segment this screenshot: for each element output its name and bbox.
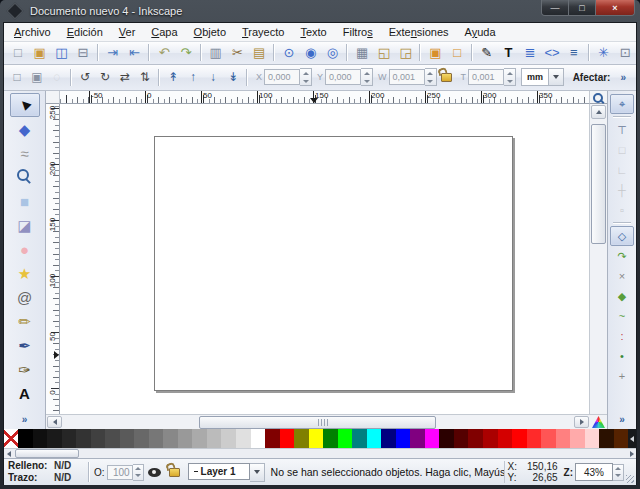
resize-grip[interactable] (626, 475, 634, 483)
snapbar-overflow-chevron[interactable]: » (619, 414, 625, 425)
palette-swatch[interactable] (468, 429, 483, 448)
snap-nodes-button[interactable]: ◇ (610, 226, 634, 246)
layer-lock-icon[interactable] (169, 468, 180, 477)
palette-swatch[interactable] (163, 429, 178, 448)
palette-swatch[interactable] (352, 429, 367, 448)
snap-path-intersections-button[interactable]: × (610, 266, 634, 286)
menu-item-edición[interactable]: Edición (59, 24, 111, 40)
tool-calligraphy-button[interactable]: ✑ (10, 357, 40, 381)
group-objects-button[interactable]: ▣ (424, 42, 446, 63)
fill-stroke-indicator[interactable]: Relleno: N/D Trazo: N/D (4, 460, 84, 484)
lower-to-bottom-button[interactable]: ↡ (223, 67, 243, 87)
select-all-button[interactable]: □ (7, 67, 27, 87)
paste-button[interactable]: ▤ (248, 42, 270, 63)
menu-item-ver[interactable]: Ver (111, 24, 144, 40)
menu-item-filtros[interactable]: Filtros (335, 24, 381, 40)
tool-zoom-button[interactable] (10, 165, 40, 189)
palette-swatch[interactable] (294, 429, 309, 448)
duplicate-button[interactable]: ▦ (351, 42, 373, 63)
tool-pencil-button[interactable]: ✏ (10, 309, 40, 333)
minimize-button[interactable]: — (542, 0, 569, 15)
fill-stroke-dialog-button[interactable]: ✎ (476, 42, 498, 63)
new-document-button[interactable]: □ (7, 42, 29, 63)
toolbox-overflow-chevron[interactable]: » (22, 414, 28, 425)
palette-swatch[interactable] (134, 429, 149, 448)
scroll-right-icon[interactable] (574, 416, 589, 428)
palette-swatch[interactable] (570, 429, 585, 448)
zoom-spinner[interactable] (613, 464, 624, 481)
tool-rectangle-button[interactable]: ■ (10, 189, 40, 213)
layer-visibility-eye-icon[interactable] (148, 468, 161, 477)
canvas-viewport[interactable] (60, 104, 589, 414)
cut-button[interactable]: ✂ (227, 42, 249, 63)
flip-vertical-button[interactable]: ⇅ (135, 67, 155, 87)
document-properties-button[interactable]: ⊡ (614, 42, 636, 63)
palette-swatch[interactable] (585, 429, 600, 448)
palette-swatch[interactable] (33, 429, 48, 448)
lock-ratio-icon[interactable] (441, 73, 452, 82)
palette-swatch[interactable] (599, 429, 614, 448)
palette-swatch[interactable] (396, 429, 411, 448)
tool-node-editor-button[interactable]: ◆ (10, 117, 40, 141)
palette-swatch[interactable] (454, 429, 469, 448)
snap-bounding-box-button[interactable]: ⊤ (610, 120, 634, 140)
palette-swatch[interactable] (105, 429, 120, 448)
width-field-spinner[interactable] (425, 68, 437, 86)
palette-swatch[interactable] (76, 429, 91, 448)
tool-3d-box-button[interactable]: ◪ (10, 213, 40, 237)
copy-button[interactable]: ▥ (205, 42, 227, 63)
palette-swatch[interactable] (425, 429, 440, 448)
document-page[interactable] (154, 136, 513, 391)
palette-swatch[interactable] (280, 429, 295, 448)
export-bitmap-button[interactable]: ⇤ (124, 42, 146, 63)
horizontal-scrollbar-thumb[interactable] (199, 416, 436, 429)
palette-swatch[interactable] (120, 429, 135, 448)
snap-smooth-nodes-button[interactable]: ~ (610, 306, 634, 326)
y-field[interactable]: 0,000 (325, 69, 361, 85)
horizontal-scrollbar-track[interactable] (63, 415, 573, 429)
palette-scrollbar[interactable] (4, 448, 636, 458)
palette-swatch[interactable] (381, 429, 396, 448)
snap-object-centers-button[interactable]: • (610, 346, 634, 366)
open-document-button[interactable]: ▣ (29, 42, 51, 63)
raise-to-top-button[interactable]: ↟ (163, 67, 183, 87)
title-bar[interactable]: Documento nuevo 4 - Inkscape — □ × (3, 0, 637, 22)
snap-toggle-button[interactable]: ⌖ (610, 94, 634, 114)
palette-swatch[interactable] (556, 429, 571, 448)
palette-swatch[interactable] (367, 429, 382, 448)
redo-button[interactable]: ↷ (175, 42, 197, 63)
unlink-clone-button[interactable]: ◲ (395, 42, 417, 63)
opacity-field[interactable]: 100 (107, 465, 133, 480)
palette-swatch[interactable] (512, 429, 527, 448)
tool-text-button[interactable]: A (10, 381, 40, 405)
palette-scrollbar-thumb[interactable] (15, 449, 79, 458)
palette-scroll-right-icon[interactable] (627, 450, 636, 458)
palette-swatch-none[interactable] (4, 429, 18, 448)
magnifier-corner-icon[interactable] (589, 91, 607, 104)
tool-spiral-button[interactable]: @ (10, 285, 40, 309)
zoom-field[interactable]: 43% (575, 463, 613, 481)
palette-swatch[interactable] (439, 429, 454, 448)
select-all-layers-button[interactable]: ▣ (27, 67, 47, 87)
height-field[interactable]: 0,001 (468, 69, 504, 85)
toolbar-overflow-chevron[interactable]: » (620, 72, 626, 83)
print-document-button[interactable]: ⊟ (72, 42, 94, 63)
palette-swatch[interactable] (207, 429, 222, 448)
palette-swatch[interactable] (309, 429, 324, 448)
tool-selector-button[interactable]: ► (10, 93, 40, 117)
unit-select[interactable]: mm (521, 68, 564, 86)
palette-swatch[interactable] (265, 429, 280, 448)
palette-swatch[interactable] (192, 429, 207, 448)
menu-item-extensiones[interactable]: Extensiones (381, 24, 457, 40)
palette-swatch[interactable] (614, 429, 629, 448)
undo-button[interactable]: ↶ (153, 42, 175, 63)
menu-item-capa[interactable]: Capa (143, 24, 185, 40)
save-document-button[interactable]: ◫ (50, 42, 72, 63)
menu-item-trayecto[interactable]: Trayecto (234, 24, 292, 40)
ungroup-objects-button[interactable]: □ (446, 42, 468, 63)
tool-bezier-pen-button[interactable]: ✒ (10, 333, 40, 357)
vertical-ruler[interactable]: 250200150100500 (46, 104, 60, 414)
import-image-button[interactable]: ⇥ (102, 42, 124, 63)
menu-item-objeto[interactable]: Objeto (186, 24, 234, 40)
scroll-left-icon[interactable] (47, 416, 62, 428)
